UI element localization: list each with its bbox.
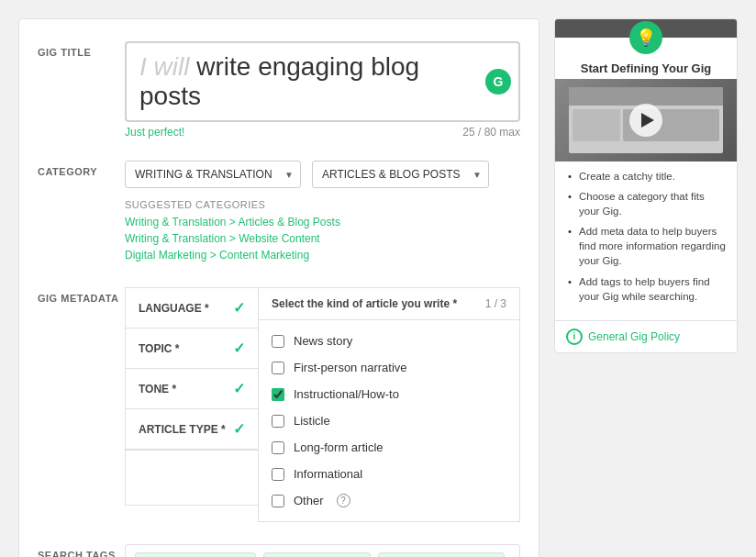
first-person-label: First-person narrative xyxy=(294,361,407,374)
metadata-article-type: ARTICLE TYPE * ✓ xyxy=(126,409,258,450)
sidebar-card: 💡 Start Defining Your Gig xyxy=(554,18,738,353)
checkbox-other[interactable] xyxy=(272,495,284,507)
main-form: GIG TITLE I will write engaging blog pos… xyxy=(18,18,539,557)
suggested-link-0[interactable]: Writing & Translation > Articles & Blog … xyxy=(125,216,520,228)
article-type-question: Select the kind of article you write * xyxy=(272,297,457,310)
tag-content-writing: CONTENT WRITING ✕ xyxy=(378,552,505,557)
other-label: Other xyxy=(294,494,324,507)
tag-article-writing: ARTICLE WRITING ✕ xyxy=(135,552,256,557)
sidebar-tip-1: Choose a category that fits your Gig. xyxy=(566,189,726,218)
gig-metadata-label: GIG METADATA xyxy=(38,287,125,304)
gig-metadata-row: GIG METADATA LANGUAGE * ✓ TOPIC * ✓ xyxy=(38,287,520,522)
sidebar-tip-3: Add tags to help buyers find your Gig wh… xyxy=(566,274,726,304)
category-selects: WRITING & TRANSLATION ▼ ARTICLES & BLOG … xyxy=(125,161,520,188)
gig-title-content: I will write engaging blog posts G Just … xyxy=(125,41,520,139)
suggested-categories-title: Suggested Categories xyxy=(125,199,520,210)
listicle-label: Listicle xyxy=(294,414,330,428)
gig-title-count: 25 / 80 max xyxy=(462,126,520,139)
sidebar-title: Start Defining Your Gig xyxy=(555,54,737,79)
tags-wrapper: ARTICLE WRITING ✕ BLOG WRITING ✕ CONTENT… xyxy=(125,544,520,557)
metadata-topic-label: TOPIC * xyxy=(139,342,179,355)
play-triangle-icon xyxy=(641,113,654,128)
bulb-icon: 💡 xyxy=(629,21,662,54)
policy-link-label: General Gig Policy xyxy=(588,330,680,343)
category-select-2-wrapper: ARTICLES & BLOG POSTS ▼ xyxy=(312,161,489,188)
metadata-empty-space xyxy=(126,450,258,505)
check-icon-topic: ✓ xyxy=(233,340,245,357)
metadata-right-panel: Select the kind of article you write * 1… xyxy=(258,287,520,522)
article-type-list: News story First-person narrative Instru… xyxy=(259,320,519,521)
checkbox-first-person[interactable] xyxy=(272,362,284,374)
category-content: WRITING & TRANSLATION ▼ ARTICLES & BLOG … xyxy=(125,161,520,265)
checkbox-long-form[interactable] xyxy=(272,441,284,454)
category-row: CATEGORY WRITING & TRANSLATION ▼ ARTICLE… xyxy=(38,161,520,265)
gig-title-prefix: I will xyxy=(139,52,189,81)
search-tags-row: SEARCH TAGS ARTICLE WRITING ✕ BLOG WRITI… xyxy=(38,544,520,557)
gig-title-row: GIG TITLE I will write engaging blog pos… xyxy=(38,41,520,139)
metadata-panel: LANGUAGE * ✓ TOPIC * ✓ TONE * ✓ ARTICL xyxy=(125,287,520,522)
gig-title-label: GIG TITLE xyxy=(38,41,125,58)
page-indicator: 1 / 3 xyxy=(485,297,506,310)
checkbox-news-story[interactable] xyxy=(272,335,284,348)
check-icon-language: ✓ xyxy=(233,299,245,317)
category-label: CATEGORY xyxy=(38,161,125,177)
metadata-tone-label: TONE * xyxy=(139,383,176,395)
sidebar-tips: Create a catchy title. Choose a category… xyxy=(555,162,737,320)
general-gig-policy-link[interactable]: i General Gig Policy xyxy=(555,320,737,352)
suggested-link-2[interactable]: Digital Marketing > Content Marketing xyxy=(125,249,520,262)
play-button[interactable] xyxy=(629,104,662,137)
checkbox-listicle[interactable] xyxy=(272,415,284,428)
sidebar-video-thumbnail[interactable] xyxy=(555,79,737,162)
metadata-article-type-label: ARTICLE TYPE * xyxy=(139,423,226,436)
list-item: Long-form article xyxy=(272,434,506,461)
sidebar-tip-2: Add meta data to help buyers find more i… xyxy=(566,224,726,268)
category-select-1[interactable]: WRITING & TRANSLATION xyxy=(125,161,301,188)
category-select-1-wrapper: WRITING & TRANSLATION ▼ xyxy=(125,161,301,188)
check-icon-tone: ✓ xyxy=(233,380,245,397)
list-item: Informational xyxy=(272,461,506,487)
suggested-link-1[interactable]: Writing & Translation > Website Content xyxy=(125,232,520,245)
grammarly-icon[interactable]: G xyxy=(485,69,511,95)
gig-title-wrapper: I will write engaging blog posts G xyxy=(125,41,520,122)
metadata-language: LANGUAGE * ✓ xyxy=(126,288,258,329)
category-select-2[interactable]: ARTICLES & BLOG POSTS xyxy=(312,161,489,188)
checkbox-instructional[interactable] xyxy=(272,388,284,401)
gig-title-status-bar: Just perfect! 25 / 80 max xyxy=(125,126,520,139)
metadata-topic: TOPIC * ✓ xyxy=(126,329,258,369)
metadata-right-header: Select the kind of article you write * 1… xyxy=(259,288,519,320)
news-story-label: News story xyxy=(294,334,352,348)
gig-title-perfect: Just perfect! xyxy=(125,126,184,139)
info-icon[interactable]: ? xyxy=(337,494,350,507)
informational-label: Informational xyxy=(294,467,362,481)
gig-metadata-content: LANGUAGE * ✓ TOPIC * ✓ TONE * ✓ ARTICL xyxy=(125,287,520,522)
search-tags-content: ARTICLE WRITING ✕ BLOG WRITING ✕ CONTENT… xyxy=(125,544,520,557)
sidebar: 💡 Start Defining Your Gig xyxy=(554,18,738,557)
metadata-language-label: LANGUAGE * xyxy=(139,302,209,315)
list-item: News story xyxy=(272,328,506,354)
info-circle-icon: i xyxy=(566,329,583,345)
metadata-left-panel: LANGUAGE * ✓ TOPIC * ✓ TONE * ✓ ARTICL xyxy=(125,287,258,506)
list-item: Instructional/How-to xyxy=(272,381,506,407)
instructional-label: Instructional/How-to xyxy=(294,387,399,401)
sidebar-tip-0: Create a catchy title. xyxy=(566,169,726,184)
tag-blog-writing-1: BLOG WRITING ✕ xyxy=(263,552,371,557)
list-item: Listicle xyxy=(272,407,506,434)
check-icon-article-type: ✓ xyxy=(233,420,245,438)
suggested-categories: Suggested Categories Writing & Translati… xyxy=(125,199,520,262)
long-form-label: Long-form article xyxy=(294,440,384,454)
search-tags-label: SEARCH TAGS xyxy=(38,544,125,557)
checkbox-informational[interactable] xyxy=(272,468,284,481)
list-item: Other ? xyxy=(272,487,506,514)
list-item: First-person narrative xyxy=(272,354,506,381)
metadata-tone: TONE * ✓ xyxy=(126,369,258,409)
